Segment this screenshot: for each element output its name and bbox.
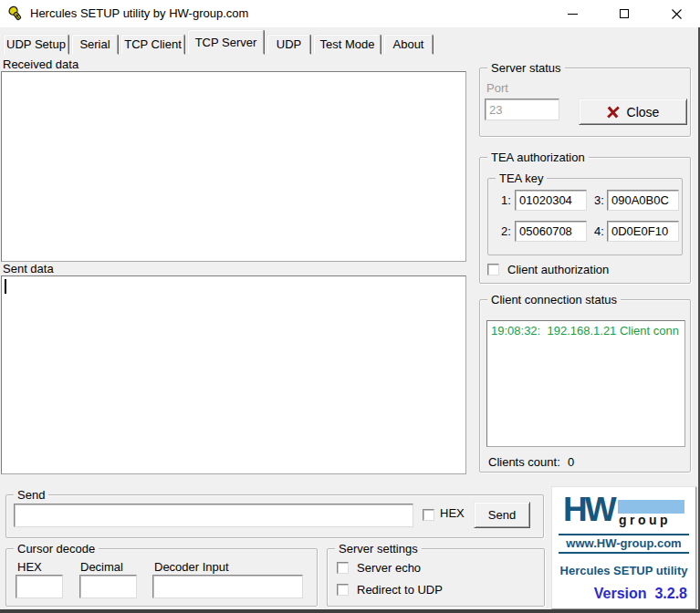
tab-serial[interactable]: Serial [71, 34, 119, 55]
server-settings-title: Server settings [335, 542, 422, 556]
send-input[interactable] [14, 504, 413, 527]
tea-key-4-label: 4: [594, 224, 604, 238]
logo-website-link[interactable]: www.HW-group.com [552, 536, 695, 550]
cursor-decode-title: Cursor decode [14, 542, 99, 556]
cursor-decode-group: Cursor decode HEX Decimal Decoder Input [5, 548, 318, 607]
logo-divider-bottom [559, 552, 689, 554]
redirect-to-udp-label: Redirect to UDP [357, 583, 443, 597]
cursor-decimal-input[interactable] [79, 575, 137, 598]
tea-key-2-input[interactable] [515, 221, 587, 242]
hex-label: HEX [440, 506, 465, 520]
sent-data-label: Sent data [3, 262, 54, 275]
tea-key-1-label: 1: [501, 193, 511, 207]
received-data-label: Received data [3, 57, 78, 71]
tab-udp[interactable]: UDP [266, 34, 311, 55]
client-connection-status-title: Client connection status [487, 293, 621, 306]
port-input[interactable] [485, 99, 559, 120]
logo-app-name: Hercules SETUP utility [552, 564, 695, 577]
hex-checkbox[interactable] [423, 509, 434, 521]
server-status-group: Server status Port Close [479, 68, 691, 137]
cursor-hex-input[interactable] [16, 575, 63, 598]
client-log-list[interactable]: 19:08:32: 192.168.1.21 Client conn [486, 320, 685, 447]
logo-hw-text: HW [563, 491, 614, 529]
close-x-icon [607, 106, 621, 119]
logo-version: Version 3.2.8 [594, 586, 687, 602]
text-caret [5, 279, 6, 294]
cursor-hex-label: HEX [17, 560, 42, 574]
server-echo-label: Server echo [357, 561, 421, 575]
clients-count-value: 0 [568, 455, 574, 469]
server-settings-group: Server settings Server echo Redirect to … [327, 548, 545, 607]
decoder-input[interactable] [152, 575, 303, 598]
server-echo-checkbox[interactable] [337, 562, 349, 574]
title-bar: Hercules SETUP utility by HW-group.com [0, 0, 700, 27]
tab-bar: UDP Setup Serial TCP Client TCP Server U… [0, 29, 700, 55]
tea-authorization-group: TEA authorization TEA key 1: 3: 2: 4: Cl… [479, 157, 691, 284]
tea-key-group: TEA key 1: 3: 2: 4: [487, 178, 683, 255]
sent-data-area[interactable] [1, 275, 466, 474]
close-server-label: Close [627, 105, 660, 119]
send-button[interactable]: Send [474, 502, 530, 528]
tea-authorization-title: TEA authorization [487, 151, 589, 164]
send-group-title: Send [14, 488, 48, 502]
server-status-title: Server status [487, 61, 565, 75]
tea-key-3-input[interactable] [607, 190, 679, 211]
tab-tcp-server[interactable]: TCP Server [187, 29, 265, 55]
maximize-button[interactable] [603, 0, 645, 27]
app-window: Hercules SETUP utility by HW-group.com U… [0, 0, 700, 613]
window-edge-bottom [0, 609, 700, 613]
maximize-icon [620, 9, 629, 18]
logo-divider-top [559, 534, 689, 535]
send-button-label: Send [488, 508, 516, 522]
tea-key-4-input[interactable] [607, 221, 679, 242]
tea-key-1-input[interactable] [515, 190, 587, 211]
cursor-decimal-label: Decimal [80, 560, 123, 574]
logo-blue-bar [618, 500, 684, 514]
close-window-button[interactable] [655, 0, 697, 27]
hwgroup-logo-panel[interactable]: HW group www.HW-group.com Hercules SETUP… [551, 486, 696, 609]
received-data-area[interactable] [1, 71, 466, 262]
hercules-app-icon [7, 5, 24, 22]
logo-group-text: group [619, 513, 671, 527]
minimize-icon [568, 14, 578, 15]
tab-tcp-client[interactable]: TCP Client [120, 34, 185, 55]
port-label: Port [486, 81, 508, 95]
client-authorization-label: Client authorization [507, 263, 609, 276]
redirect-to-udp-checkbox[interactable] [337, 584, 349, 596]
window-title: Hercules SETUP utility by HW-group.com [30, 0, 248, 27]
tea-key-title: TEA key [496, 171, 547, 185]
minimize-button[interactable] [551, 0, 593, 27]
tea-key-2-label: 2: [501, 224, 511, 238]
client-connection-status-group: Client connection status 19:08:32: 192.1… [479, 299, 691, 473]
tab-udp-setup[interactable]: UDP Setup [3, 34, 69, 55]
tab-test-mode[interactable]: Test Mode [313, 34, 381, 55]
client-authorization-checkbox[interactable] [487, 264, 499, 275]
close-icon [672, 9, 682, 19]
tea-key-3-label: 3: [594, 193, 604, 207]
close-server-button[interactable]: Close [579, 99, 687, 125]
send-group: Send HEX Send [5, 494, 544, 538]
client-log-line: 19:08:32: 192.168.1.21 Client conn [491, 324, 679, 338]
clients-count-label: Clients count: [488, 455, 560, 469]
tab-about[interactable]: About [383, 34, 434, 55]
decoder-input-label: Decoder Input [154, 560, 229, 574]
